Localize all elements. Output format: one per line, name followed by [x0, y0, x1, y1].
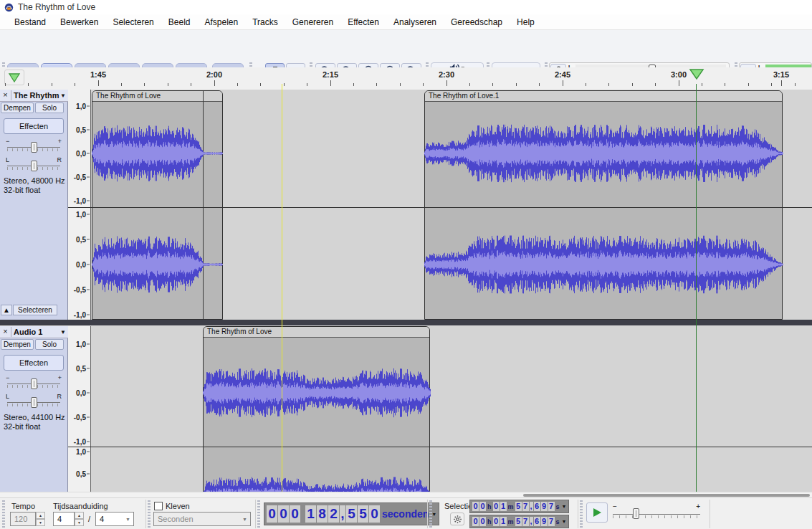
- play-speed-slider[interactable]: − +: [613, 502, 703, 523]
- ruler-minor-tick: [52, 83, 52, 86]
- snap-unit-select[interactable]: Seconden▼: [153, 512, 251, 526]
- snap-checkbox[interactable]: [154, 502, 163, 510]
- track-1-collapse-button[interactable]: ▲: [1, 305, 12, 315]
- playhead-triangle-icon[interactable]: [689, 69, 704, 80]
- ruler-minor-tick: [423, 83, 424, 86]
- track-1-menu-caret-icon[interactable]: ▼: [60, 92, 68, 99]
- ruler-minor-tick: [492, 83, 493, 86]
- bottom-toolbar: Tempo 120 ▲▼ Tijdsaanduiding 4 ▲▼ / 4▼ K…: [0, 497, 812, 529]
- chevron-down-icon: ▼: [125, 517, 130, 522]
- ruler-time-label: 1:45: [90, 70, 106, 79]
- ruler-minor-tick: [98, 83, 99, 86]
- menu-item-analyseren[interactable]: Analyseren: [386, 15, 444, 29]
- pan-slider-handle[interactable]: [31, 397, 37, 408]
- track-2-close-button[interactable]: ×: [0, 327, 11, 337]
- time-format-dropdown-icon[interactable]: ▼: [561, 504, 567, 509]
- track-1-gain-slider[interactable]: − +: [4, 140, 63, 156]
- ruler-time-label: 2:00: [206, 70, 222, 79]
- menu-item-help[interactable]: Help: [510, 15, 542, 29]
- menu-item-genereren[interactable]: Genereren: [285, 15, 340, 29]
- menu-item-gereedschap[interactable]: Gereedschap: [444, 15, 510, 29]
- track-1-name[interactable]: The Rhythm: [11, 91, 60, 100]
- vertical-scale-tick: [87, 201, 90, 201]
- track-2-header: × Audio 1 ▼: [0, 326, 68, 338]
- ruler-minor-tick: [353, 83, 354, 86]
- chevron-down-icon: ▼: [242, 517, 247, 522]
- track-1-close-button[interactable]: ×: [0, 90, 11, 100]
- ruler-minor-tick: [376, 83, 377, 86]
- time-digit: 0: [479, 502, 486, 511]
- ruler-minor-tick: [795, 83, 796, 86]
- horizontal-scrollbar-thumb[interactable]: [523, 494, 810, 497]
- gain-slider-handle[interactable]: [31, 142, 37, 153]
- track-separator[interactable]: [0, 320, 812, 325]
- time-digit: 0: [493, 517, 500, 526]
- vertical-scale-tick: [87, 315, 90, 315]
- track-2-pan-slider[interactable]: L R: [4, 395, 63, 411]
- ruler-minor-tick: [725, 83, 725, 86]
- ruler-minor-tick: [516, 83, 517, 86]
- ruler-minor-tick: [632, 83, 633, 86]
- selection-start-field[interactable]: 00h01m57,697s▼: [469, 500, 569, 513]
- track-2-vertical-ruler[interactable]: 1,00,50,0-0,5-1,01,00,5: [68, 326, 91, 492]
- track-1-select-button[interactable]: Selecteren: [13, 305, 57, 315]
- time-signature-label: Tijdsaanduiding: [53, 502, 108, 510]
- menu-item-effecten[interactable]: Effecten: [340, 15, 386, 29]
- track-1-solo-button[interactable]: Solo: [35, 103, 64, 113]
- track-2-solo-button[interactable]: Solo: [35, 339, 64, 350]
- menu-item-bestand[interactable]: Bestand: [7, 15, 53, 29]
- track-2-gain-slider[interactable]: − +: [4, 376, 63, 392]
- time-digit: 6: [534, 502, 540, 511]
- ruler-minor-tick: [748, 83, 749, 86]
- track-2-menu-caret-icon[interactable]: ▼: [60, 329, 68, 335]
- time-unit-label: seconden: [381, 508, 430, 520]
- tempo-spinner[interactable]: ▲▼: [36, 512, 45, 526]
- time-signature-lower-select[interactable]: 4▼: [95, 512, 134, 526]
- menu-item-bewerken[interactable]: Bewerken: [53, 15, 105, 29]
- track-2-mute-button[interactable]: Dempen: [1, 339, 34, 350]
- track-1-pan-slider[interactable]: L R: [4, 158, 63, 174]
- gripper[interactable]: [257, 500, 260, 528]
- audio-position-field[interactable]: 000182,550seconden▼: [264, 502, 439, 525]
- play-at-speed-icon: [591, 507, 603, 518]
- vertical-scale-tick: [87, 344, 90, 345]
- gripper[interactable]: [580, 500, 583, 528]
- audacity-logo-icon: [4, 3, 14, 12]
- vertical-scale-label: -0,5: [74, 286, 86, 294]
- track-2-effects-button[interactable]: Effecten: [4, 355, 64, 371]
- menu-item-afspelen[interactable]: Afspelen: [198, 15, 246, 29]
- track-1-effects-button[interactable]: Effecten: [4, 118, 64, 134]
- menu-item-selecteren[interactable]: Selecteren: [105, 15, 161, 29]
- gain-slider-handle[interactable]: [31, 378, 37, 389]
- time-format-dropdown-icon[interactable]: ▼: [561, 519, 567, 524]
- gripper[interactable]: [2, 500, 5, 528]
- menu-item-tracks[interactable]: Tracks: [245, 15, 285, 29]
- time-unit-letter: m: [507, 503, 515, 510]
- ruler-minor-tick: [469, 83, 470, 86]
- gripper[interactable]: [429, 500, 432, 528]
- waveform-canvas[interactable]: [91, 90, 812, 492]
- time-signature-upper[interactable]: 4: [53, 512, 75, 526]
- play-speed-slider-handle[interactable]: [633, 508, 639, 519]
- selection-end-field[interactable]: 00h01m57,697s▼: [469, 515, 569, 528]
- ruler-time-label: 3:00: [671, 70, 687, 79]
- menu-item-beeld[interactable]: Beeld: [161, 15, 198, 29]
- time-signature-upper-spinner[interactable]: ▲▼: [75, 512, 84, 526]
- vertical-scale-tick: [87, 239, 90, 240]
- timeline-ruler[interactable]: 1:452:002:152:302:453:003:15: [0, 67, 812, 90]
- vertical-scale-label: 1,0: [76, 103, 86, 110]
- time-digit: 9: [541, 517, 548, 526]
- track-1-vertical-ruler[interactable]: 1,00,50,0-0,5-1,01,00,50,0-0,5-1,0: [68, 90, 91, 320]
- time-signature-slash: /: [88, 515, 90, 523]
- time-digit: 0: [278, 505, 289, 523]
- track-1-mute-button[interactable]: Dempen: [1, 103, 34, 113]
- time-digit: 7: [548, 502, 555, 511]
- selection-settings-button[interactable]: [450, 513, 464, 525]
- tempo-value[interactable]: 120: [10, 512, 36, 526]
- pan-slider-handle[interactable]: [31, 161, 37, 171]
- track-2-name[interactable]: Audio 1: [11, 328, 60, 336]
- play-at-speed-button[interactable]: [586, 502, 608, 523]
- gripper[interactable]: [148, 500, 151, 528]
- time-unit-letter: s: [555, 518, 560, 525]
- pinned-playhead-toggle[interactable]: [4, 70, 24, 85]
